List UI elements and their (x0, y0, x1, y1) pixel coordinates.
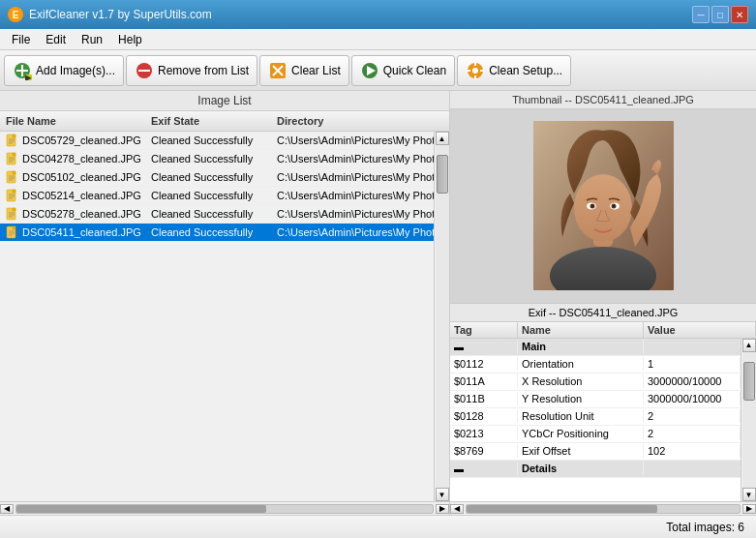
exif-name: Orientation (518, 357, 644, 371)
maximize-button[interactable]: □ (711, 6, 729, 23)
quick-label: Quick Clean (383, 64, 446, 77)
table-row[interactable]: DSC04278_cleaned.JPG Cleaned Successfull… (0, 150, 434, 168)
hscroll-left-button[interactable]: ◀ (0, 504, 14, 514)
td-dir: C:\Users\Admin\Pictures\My Photos (271, 189, 434, 202)
table-row[interactable]: DSC05214_cleaned.JPG Cleaned Successfull… (0, 187, 434, 205)
exif-value: 3000000/10000 (644, 374, 741, 388)
status-text: Total images: 6 (666, 521, 744, 534)
file-icon (6, 189, 19, 202)
close-button[interactable]: ✕ (731, 6, 748, 23)
table-row[interactable]: DSC05278_cleaned.JPG Cleaned Successfull… (0, 205, 434, 224)
clear-list-button[interactable]: Clear List (259, 55, 349, 86)
scroll-thumb[interactable] (437, 155, 448, 194)
clear-label: Clear List (291, 64, 341, 77)
thumbnail-area: Thumbnail -- DSC05411_cleaned.JPG (450, 91, 756, 304)
exif-value: 3000000/10000 (644, 392, 741, 405)
exif-tag: $011B (450, 392, 518, 405)
menu-help[interactable]: Help (110, 31, 150, 48)
exif-scroll-thumb[interactable] (743, 362, 755, 401)
group-value (644, 467, 741, 469)
quick-clean-button[interactable]: Quick Clean (351, 55, 455, 86)
filename-text: DSC05729_cleaned.JPG (22, 134, 141, 146)
add-images-button[interactable]: ▶ Add Image(s)... (4, 55, 124, 86)
svg-point-57 (612, 205, 614, 207)
app-title: ExifCleaner v1.7 by SuperUtils.com (29, 8, 212, 21)
add-icon: ▶ (13, 61, 32, 80)
exif-data-row[interactable]: $011B Y Resolution 3000000/10000 (450, 391, 741, 408)
scroll-down-button[interactable]: ▼ (436, 488, 449, 501)
exif-scroll-up-button[interactable]: ▲ (742, 339, 756, 352)
hscroll-track (15, 504, 434, 514)
menu-run[interactable]: Run (74, 31, 110, 48)
menu-file[interactable]: File (4, 31, 38, 48)
svg-point-13 (472, 68, 478, 74)
clean-setup-button[interactable]: Clean Setup... (457, 55, 571, 86)
col-dir: Directory (271, 113, 449, 129)
exif-data-row[interactable]: $011A X Resolution 3000000/10000 (450, 374, 741, 391)
exif-hscrollbar[interactable]: ◀ ▶ (450, 501, 756, 515)
exif-hscroll-right-button[interactable]: ▶ (742, 504, 756, 514)
svg-rect-2 (16, 70, 28, 72)
list-vscrollbar[interactable]: ▲ ▼ (434, 132, 449, 501)
exif-name: Y Resolution (518, 392, 644, 405)
exif-hscroll-thumb[interactable] (467, 505, 657, 513)
td-filename: DSC05278_cleaned.JPG (0, 206, 145, 222)
hscroll-right-button[interactable]: ▶ (436, 504, 449, 514)
exif-group-header[interactable]: ▬ Main (450, 339, 741, 356)
group-expand-icon[interactable]: ▬ (450, 463, 518, 475)
menu-edit[interactable]: Edit (38, 31, 74, 48)
exif-scroll-track (742, 352, 756, 489)
group-expand-icon[interactable]: ▬ (450, 341, 518, 353)
exif-value: 102 (644, 444, 741, 458)
exif-value: 1 (644, 357, 741, 371)
filename-text: DSC05411_cleaned.JPG (22, 226, 141, 238)
filename-text: DSC04278_cleaned.JPG (22, 153, 141, 164)
table-row[interactable]: DSC05411_cleaned.JPG Cleaned Successfull… (0, 224, 434, 242)
td-filename: DSC05102_cleaned.JPG (0, 169, 145, 185)
exif-data-row[interactable]: $0128 Resolution Unit 2 (450, 408, 741, 426)
td-dir: C:\Users\Admin\Pictures\My Photos (271, 152, 434, 165)
exif-vscrollbar[interactable]: ▲ ▼ (741, 339, 756, 502)
file-icon (6, 152, 19, 165)
group-name: Main (518, 340, 644, 353)
filename-text: DSC05214_cleaned.JPG (22, 190, 141, 201)
svg-rect-44 (13, 226, 15, 229)
table-header: File Name Exif State Directory (0, 111, 449, 132)
menu-bar: File Edit Run Help (0, 29, 756, 50)
scroll-up-button[interactable]: ▲ (436, 132, 449, 145)
td-filename: DSC05214_cleaned.JPG (0, 188, 145, 203)
exif-data-row[interactable]: $0112 Orientation 1 (450, 356, 741, 374)
exif-name: Exif Offset (518, 444, 644, 458)
exif-name: X Resolution (518, 374, 644, 388)
exif-data-row[interactable]: $8769 Exif Offset 102 (450, 443, 741, 461)
setup-icon (466, 61, 485, 80)
td-exif: Cleaned Successfully (145, 207, 271, 221)
exif-col-value: Value (644, 322, 756, 338)
list-hscrollbar[interactable]: ◀ ▶ (0, 501, 449, 515)
minimize-button[interactable]: ─ (692, 6, 710, 23)
scroll-track (436, 145, 449, 488)
toolbar: ▶ Add Image(s)... Remove from List Clear… (0, 50, 756, 91)
table-row[interactable]: DSC05102_cleaned.JPG Cleaned Successfull… (0, 168, 434, 187)
image-list-header: Image List (0, 91, 449, 111)
image-list-panel: Image List File Name Exif State Director… (0, 91, 450, 515)
title-bar: E ExifCleaner v1.7 by SuperUtils.com ─ □… (0, 0, 756, 29)
td-dir: C:\Users\Admin\Pictures\My Photos (271, 170, 434, 184)
file-icon (6, 207, 19, 221)
file-icon (6, 225, 19, 239)
exif-scroll-down-button[interactable]: ▼ (742, 488, 756, 501)
exif-group-header[interactable]: ▬ Details (450, 461, 741, 478)
hscroll-thumb[interactable] (16, 505, 266, 513)
exif-tag: $0112 (450, 357, 518, 371)
group-name: Details (518, 462, 644, 475)
thumbnail-image (526, 109, 681, 303)
svg-point-54 (590, 205, 592, 207)
file-icon (6, 134, 19, 147)
exif-hscroll-left-button[interactable]: ◀ (450, 504, 464, 514)
exif-data-row[interactable]: $0213 YCbCr Positioning 2 (450, 426, 741, 443)
td-exif: Cleaned Successfully (145, 225, 271, 239)
table-row[interactable]: DSC05729_cleaned.JPG Cleaned Successfull… (0, 132, 434, 150)
exif-tag: $0213 (450, 427, 518, 440)
remove-button[interactable]: Remove from List (126, 55, 257, 86)
col-filename: File Name (0, 113, 145, 129)
